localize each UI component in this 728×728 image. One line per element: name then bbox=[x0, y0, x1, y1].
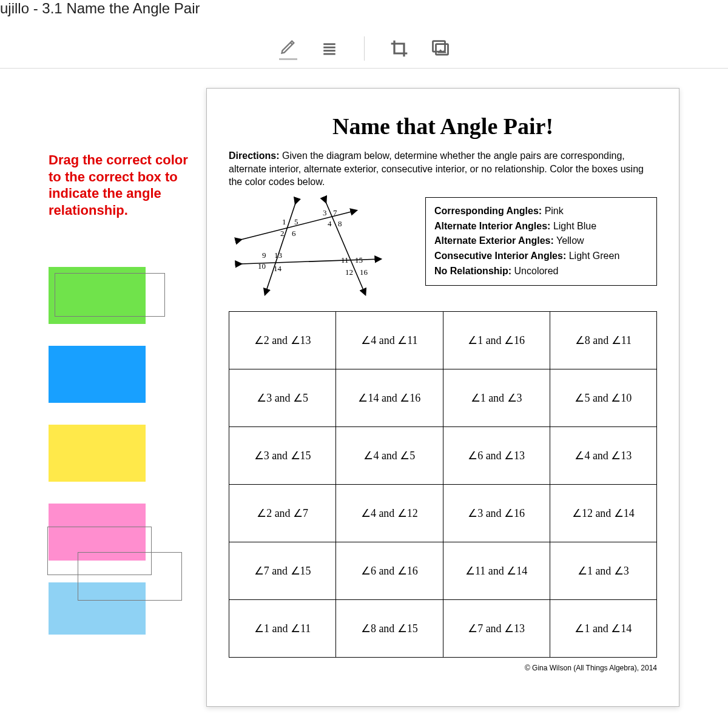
angle-pair-cell[interactable]: ∠1 and ∠3 bbox=[550, 542, 656, 599]
angle-pair-cell[interactable]: ∠7 and ∠13 bbox=[443, 599, 550, 657]
swatch-yellow[interactable] bbox=[49, 425, 146, 482]
svg-line-8 bbox=[265, 203, 295, 294]
swatch-blue[interactable] bbox=[49, 346, 146, 403]
color-swatch-panel bbox=[49, 267, 206, 656]
angle-pair-cell[interactable]: ∠6 and ∠13 bbox=[443, 426, 550, 484]
crop-icon[interactable] bbox=[390, 39, 408, 58]
svg-line-9 bbox=[326, 202, 365, 294]
svg-text:16: 16 bbox=[360, 268, 368, 277]
angle-pair-cell[interactable]: ∠2 and ∠13 bbox=[229, 311, 336, 369]
color-legend: Corresponding Angles: Pink Alternate Int… bbox=[425, 197, 657, 286]
angle-pair-cell[interactable]: ∠2 and ∠7 bbox=[229, 484, 336, 542]
toolbar-rule bbox=[0, 68, 728, 69]
lines-icon[interactable] bbox=[320, 39, 339, 58]
angle-pair-cell[interactable]: ∠1 and ∠14 bbox=[550, 599, 656, 657]
image-icon[interactable] bbox=[431, 39, 450, 58]
angle-pair-cell[interactable]: ∠4 and ∠13 bbox=[550, 426, 656, 484]
angle-pair-cell[interactable]: ∠1 and ∠3 bbox=[443, 369, 550, 426]
angle-pair-cell[interactable]: ∠8 and ∠15 bbox=[336, 599, 443, 657]
angle-pair-cell[interactable]: ∠3 and ∠5 bbox=[229, 369, 336, 426]
angle-pair-cell[interactable]: ∠11 and ∠14 bbox=[443, 542, 550, 599]
svg-text:11: 11 bbox=[341, 255, 349, 265]
svg-rect-3 bbox=[323, 53, 335, 55]
angle-pair-cell[interactable]: ∠6 and ∠16 bbox=[336, 542, 443, 599]
angle-pair-cell[interactable]: ∠4 and ∠12 bbox=[336, 484, 443, 542]
angle-pair-cell[interactable]: ∠1 and ∠16 bbox=[443, 311, 550, 369]
svg-text:13: 13 bbox=[274, 251, 282, 260]
angle-pair-cell[interactable]: ∠4 and ∠5 bbox=[336, 426, 443, 484]
svg-text:2: 2 bbox=[280, 229, 285, 238]
angle-pair-grid: ∠2 and ∠13∠4 and ∠11∠1 and ∠16∠8 and ∠11… bbox=[229, 311, 657, 658]
selection-box[interactable] bbox=[55, 273, 165, 317]
angle-diagram: 15 26 37 48 913 1014 1115 1216 bbox=[229, 197, 411, 300]
svg-text:5: 5 bbox=[294, 217, 298, 226]
angle-pair-cell[interactable]: ∠14 and ∠16 bbox=[336, 369, 443, 426]
worksheet-page: Name that Angle Pair! Directions: Given … bbox=[206, 88, 679, 707]
svg-text:6: 6 bbox=[292, 229, 296, 238]
svg-text:10: 10 bbox=[258, 261, 266, 271]
svg-text:4: 4 bbox=[328, 219, 332, 228]
worksheet-title: Name that Angle Pair! bbox=[229, 113, 657, 140]
svg-text:7: 7 bbox=[333, 208, 337, 217]
pencil-icon[interactable] bbox=[279, 38, 297, 60]
editor-toolbar bbox=[0, 30, 728, 67]
angle-pair-cell[interactable]: ∠7 and ∠15 bbox=[229, 542, 336, 599]
angle-pair-cell[interactable]: ∠1 and ∠11 bbox=[229, 599, 336, 657]
angle-pair-cell[interactable]: ∠4 and ∠11 bbox=[336, 311, 443, 369]
svg-text:9: 9 bbox=[262, 251, 266, 260]
svg-text:8: 8 bbox=[338, 219, 342, 228]
svg-text:12: 12 bbox=[345, 268, 353, 277]
svg-rect-0 bbox=[323, 43, 335, 45]
svg-text:1: 1 bbox=[282, 217, 286, 226]
svg-text:15: 15 bbox=[355, 255, 363, 265]
angle-pair-cell[interactable]: ∠12 and ∠14 bbox=[550, 484, 656, 542]
copyright-text: © Gina Wilson (All Things Algebra), 2014 bbox=[229, 664, 657, 672]
directions-text: Directions: Given the diagram below, det… bbox=[229, 149, 657, 189]
window-title: ujillo - 3.1 Name the Angle Pair bbox=[0, 0, 728, 12]
toolbar-divider bbox=[364, 36, 365, 61]
angle-pair-cell[interactable]: ∠5 and ∠10 bbox=[550, 369, 656, 426]
angle-pair-cell[interactable]: ∠8 and ∠11 bbox=[550, 311, 656, 369]
angle-pair-cell[interactable]: ∠3 and ∠15 bbox=[229, 426, 336, 484]
svg-text:14: 14 bbox=[274, 264, 282, 273]
svg-rect-5 bbox=[433, 41, 445, 52]
selection-box-inner[interactable] bbox=[78, 552, 182, 601]
svg-text:3: 3 bbox=[323, 208, 327, 217]
svg-rect-1 bbox=[323, 47, 335, 49]
drag-instructions: Drag the correct color to the correct bo… bbox=[49, 152, 188, 218]
svg-rect-2 bbox=[323, 50, 335, 52]
angle-pair-cell[interactable]: ∠3 and ∠16 bbox=[443, 484, 550, 542]
